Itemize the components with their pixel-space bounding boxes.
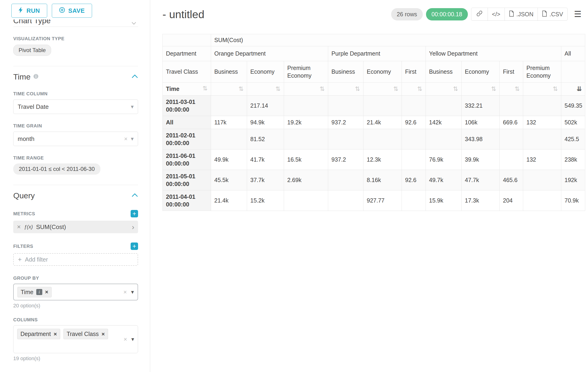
pivot-group-header: Purple Department (328, 46, 426, 61)
remove-tag-icon[interactable]: × (45, 289, 48, 295)
pivot-sort-cell[interactable]: ⇅ (364, 83, 402, 96)
pivot-sort-cell[interactable]: ⇅ (402, 83, 426, 96)
pivot-cell (328, 170, 364, 191)
metric-name: SUM(Cost) (36, 223, 66, 231)
pivot-sort-cell[interactable]: ⇅ (500, 83, 523, 96)
time-column-select[interactable]: Travel Date ▾ (13, 99, 138, 114)
pivot-sort-cell[interactable]: ⇊ (561, 83, 585, 96)
time-grain-label: TIME GRAIN (13, 123, 138, 128)
pivot-cell: 70.9k (561, 191, 585, 211)
time-grain-select[interactable]: month × ▾ (13, 132, 138, 146)
sort-icon: ⇅ (275, 85, 281, 92)
pivot-cell (523, 170, 561, 191)
chevron-right-icon[interactable]: › (132, 223, 134, 231)
clear-icon[interactable]: × (124, 336, 127, 342)
pivot-row-label: All (163, 116, 211, 129)
pivot-table-container: SUM(Cost)DepartmentOrange DepartmentPurp… (162, 34, 585, 211)
pivot-cell: 425.5 (561, 129, 585, 149)
pivot-cell (284, 129, 328, 149)
time-range-value[interactable]: 2011-01-01 ≤ col < 2011-06-30 (13, 163, 100, 175)
copy-link-button[interactable] (471, 8, 488, 21)
pivot-group-header: Orange Department (211, 46, 328, 61)
add-filter-dropzone[interactable]: + Add filter (13, 253, 138, 266)
pivot-cell: 39.9k (462, 149, 500, 170)
pivot-table: SUM(Cost)DepartmentOrange DepartmentPurp… (162, 34, 585, 211)
pivot-row-label: 2011-04-01 00:00:00 (163, 191, 211, 211)
pivot-cell (364, 129, 402, 149)
menu-icon[interactable]: ☰ (572, 9, 583, 19)
pivot-row-label: 2011-05-01 00:00:00 (163, 170, 211, 191)
pivot-cell: 49.9k (211, 149, 247, 170)
columns-tag[interactable]: Department × (17, 329, 60, 339)
pivot-cell (426, 129, 462, 149)
pivot-group-header: All (561, 46, 585, 61)
columns-tag[interactable]: Travel Class × (63, 329, 108, 339)
chart-title[interactable]: - untitled (162, 8, 204, 21)
pivot-cell: 94.9k (247, 116, 284, 129)
add-metric-button[interactable]: + (131, 210, 138, 217)
pivot-cell (523, 191, 561, 211)
pivot-row: 2011-06-01 00:00:0049.9k41.7k16.5k937.21… (163, 149, 585, 170)
time-range-label: TIME RANGE (13, 155, 138, 161)
pivot-class-header: Premium Economy (284, 61, 328, 83)
query-section-title: Query (13, 191, 35, 200)
remove-tag-icon[interactable]: × (54, 331, 57, 337)
pivot-sort-cell[interactable]: ⇅ (211, 83, 247, 96)
clear-icon[interactable]: × (123, 289, 127, 295)
group-by-tag-label: Time (21, 289, 33, 296)
chart-header: - untitled 26 rows 00:00:00.18 </> .JSON (162, 6, 585, 22)
columns-select[interactable]: Department × Travel Class × × ▾ (13, 325, 138, 353)
caret-down-icon: ▾ (131, 136, 134, 142)
view-query-button[interactable]: </> (488, 8, 505, 21)
pivot-row-label: 2011-03-01 00:00:00 (163, 96, 211, 116)
clear-icon[interactable]: × (124, 136, 128, 142)
sort-icon: ⇅ (417, 85, 422, 92)
pivot-sort-cell[interactable]: ⇅ (426, 83, 462, 96)
collapse-section-icon[interactable] (132, 74, 138, 79)
pivot-cell (211, 129, 247, 149)
pivot-sort-cell[interactable]: ⇅ (462, 83, 500, 96)
remove-metric-icon[interactable]: × (17, 224, 21, 230)
chart-type-heading: Chart Type (13, 20, 138, 26)
pivot-cell: 937.2 (328, 116, 364, 129)
export-json-button[interactable]: .JSON (504, 8, 538, 21)
pivot-cell (426, 96, 462, 116)
time-section-header: Time (13, 72, 138, 81)
group-by-tag[interactable]: Time i × (17, 287, 52, 297)
pivot-cell (523, 96, 561, 116)
pivot-cell: 343.98 (462, 129, 500, 149)
pivot-time-sort-header[interactable]: Time⇅ (163, 83, 211, 96)
chart-type-section-header[interactable]: Chart Type (13, 20, 138, 27)
pivot-class-header: Business (426, 61, 462, 83)
pivot-sort-cell[interactable]: ⇅ (328, 83, 364, 96)
pivot-cell: 81.52 (247, 129, 284, 149)
pivot-cell: 37.7k (247, 170, 284, 191)
query-section-header: Query (13, 191, 138, 200)
sort-icon: ⇅ (453, 85, 458, 92)
pivot-sort-cell[interactable]: ⇅ (523, 83, 561, 96)
export-json-label: .JSON (516, 11, 534, 18)
export-csv-button[interactable]: .CSV (537, 8, 567, 21)
add-filter-button[interactable]: + (131, 243, 138, 250)
pivot-cell: 21.4k (211, 191, 247, 211)
metric-item[interactable]: × ƒ(x) SUM(Cost) › (13, 221, 138, 233)
pivot-cell (402, 191, 426, 211)
pivot-cell: 12.3k (364, 149, 402, 170)
collapse-section-icon[interactable] (132, 193, 138, 198)
pivot-sort-cell[interactable]: ⇅ (284, 83, 328, 96)
pivot-row: All117k94.9k19.2k937.221.4k92.6142k106k6… (163, 116, 585, 129)
pivot-row: 2011-05-01 00:00:0045.5k37.7k2.69k8.16k9… (163, 170, 585, 191)
file-icon (509, 11, 514, 18)
pivot-cell: 217.14 (247, 96, 284, 116)
run-button[interactable]: RUN (11, 4, 47, 18)
save-button[interactable]: SAVE (52, 4, 92, 18)
visualization-type-value[interactable]: Pivot Table (13, 45, 51, 56)
file-icon (542, 11, 547, 18)
pivot-row: 2011-02-01 00:00:0081.52343.98425.5 (163, 129, 585, 149)
remove-tag-icon[interactable]: × (102, 331, 105, 337)
time-column-label: TIME COLUMN (13, 91, 138, 96)
pivot-sort-cell[interactable]: ⇅ (247, 83, 284, 96)
pivot-cell: 15.2k (247, 191, 284, 211)
group-by-select[interactable]: Time i × × ▾ (13, 284, 138, 300)
pivot-cell: 49.7k (426, 170, 462, 191)
